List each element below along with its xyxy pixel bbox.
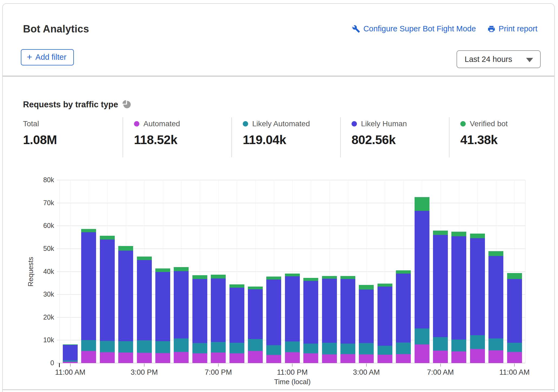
- bar-segment-verified-bot: [137, 257, 152, 260]
- bar-segment-likely-human: [192, 279, 207, 343]
- bar-segment-likely-human: [340, 279, 355, 344]
- y-axis-tick-label: 0: [16, 359, 54, 367]
- bar-segment-automated: [322, 354, 337, 363]
- bar-segment-likely-automated: [137, 340, 152, 353]
- bar-segment-likely-human: [488, 256, 503, 338]
- bar-segment-verified-bot: [322, 276, 337, 278]
- x-axis-tick-label: 3:00 PM: [114, 368, 174, 377]
- bar-segment-verified-bot: [359, 285, 374, 289]
- bar-segment-automated: [155, 353, 170, 363]
- bar-segment-likely-human: [285, 276, 300, 341]
- bar-segment-likely-automated: [63, 360, 78, 362]
- x-axis-tick: [440, 364, 441, 367]
- bar-segment-likely-automated: [470, 335, 485, 349]
- bar-segment-likely-human: [155, 272, 170, 341]
- bar-segment-automated: [433, 351, 448, 363]
- bar-segment-verified-bot: [81, 229, 96, 232]
- bar-segment-verified-bot: [63, 344, 78, 345]
- bar-segment-automated: [118, 353, 133, 363]
- bar-segment-automated: [174, 352, 189, 363]
- x-axis-tick-label: 11:00 PM: [262, 368, 322, 377]
- x-axis-tick: [218, 364, 219, 367]
- x-axis-tick-label: 11:00 AM: [485, 368, 544, 377]
- bar-segment-verified-bot: [507, 273, 522, 279]
- bar-segment-verified-bot: [433, 231, 448, 235]
- bar-segment-automated: [266, 355, 281, 363]
- bar-segment-verified-bot: [192, 275, 207, 279]
- bar-segment-automated: [211, 353, 226, 363]
- bar-segment-verified-bot: [174, 267, 189, 271]
- bar-segment-automated: [303, 353, 318, 363]
- bar-segment-likely-human: [415, 211, 429, 328]
- bar-segment-automated: [248, 351, 263, 363]
- bar-segment-automated: [359, 354, 374, 363]
- bar-segment-verified-bot: [451, 232, 466, 236]
- bar-segment-likely-human: [303, 281, 318, 344]
- bar-segment-likely-automated: [100, 341, 115, 352]
- x-axis-tick: [70, 364, 71, 367]
- bar-segment-likely-automated: [340, 344, 355, 354]
- y-axis-zero-tick: [59, 363, 60, 367]
- bar-segment-likely-automated: [396, 343, 411, 354]
- bar-segment-automated: [63, 362, 78, 363]
- bar-segment-automated: [507, 352, 522, 363]
- bar-segment-likely-automated: [451, 340, 466, 351]
- bar-segment-likely-automated: [118, 341, 133, 353]
- bar-segment-likely-automated: [174, 338, 189, 352]
- x-axis-tick-label: 7:00 PM: [189, 368, 248, 377]
- bar-segment-verified-bot: [118, 246, 133, 251]
- bar-segment-automated: [396, 354, 411, 363]
- bar-segment-likely-human: [100, 240, 115, 341]
- bar-segment-likely-automated: [378, 346, 392, 355]
- bar-segment-verified-bot: [396, 270, 411, 274]
- bar-segment-automated: [415, 344, 429, 363]
- bar-segment-automated: [488, 350, 503, 363]
- analytics-card: Bot Analytics Configure Super Bot Fight …: [2, 3, 555, 392]
- bar-segment-likely-automated: [359, 343, 374, 354]
- bar-segment-likely-human: [507, 279, 522, 343]
- y-axis-tick-label: 60k: [16, 222, 54, 230]
- y-axis-tick-label: 20k: [16, 313, 54, 321]
- x-axis-tick: [144, 364, 145, 367]
- bar-segment-verified-bot: [285, 274, 300, 276]
- bar-segment-likely-automated: [285, 341, 300, 352]
- bar-segment-likely-human: [266, 280, 281, 345]
- plot-edge-line: [525, 180, 526, 363]
- y-axis-tick-label: 50k: [16, 245, 54, 253]
- x-axis-tick: [366, 364, 367, 367]
- y-axis-tick-label: 40k: [16, 268, 54, 275]
- bar-segment-likely-automated: [192, 343, 207, 354]
- bar-segment-automated: [229, 353, 244, 363]
- x-axis-tick: [514, 364, 515, 367]
- bar-segment-verified-bot: [488, 251, 503, 256]
- y-axis-tick-label: 10k: [16, 336, 54, 344]
- bar-segment-likely-human: [174, 271, 189, 338]
- bar-segment-automated: [100, 352, 115, 363]
- bar-segment-verified-bot: [100, 236, 115, 240]
- bar-segment-verified-bot: [303, 278, 318, 281]
- bar-segment-likely-automated: [415, 328, 429, 344]
- x-axis-tick-label: 3:00 AM: [337, 368, 396, 377]
- y-axis-title: Requests: [27, 257, 35, 287]
- bar-segment-verified-bot: [470, 234, 485, 238]
- bar-segment-verified-bot: [415, 197, 429, 211]
- bar-segment-likely-automated: [488, 338, 503, 350]
- bar-segment-verified-bot: [266, 277, 281, 280]
- bar-segment-automated: [340, 354, 355, 363]
- bar-segment-likely-human: [359, 290, 374, 343]
- bar-segment-likely-automated: [155, 341, 170, 353]
- bar-segment-likely-human: [451, 236, 466, 340]
- bar-segment-likely-human: [211, 278, 226, 342]
- bar-segment-likely-human: [248, 289, 263, 339]
- bar-segment-verified-bot: [155, 268, 170, 272]
- bar-segment-likely-human: [229, 288, 244, 343]
- bar-segment-likely-automated: [433, 337, 448, 351]
- x-axis-tick: [292, 364, 293, 367]
- y-axis-tick-label: 80k: [16, 176, 54, 184]
- bar-segment-likely-human: [396, 274, 411, 343]
- bar-segment-likely-human: [322, 279, 337, 343]
- bottom-divider: [3, 389, 554, 390]
- y-grid-line: [57, 225, 525, 226]
- x-axis-tick-label: 7:00 AM: [411, 368, 470, 377]
- y-grid-line: [57, 180, 525, 180]
